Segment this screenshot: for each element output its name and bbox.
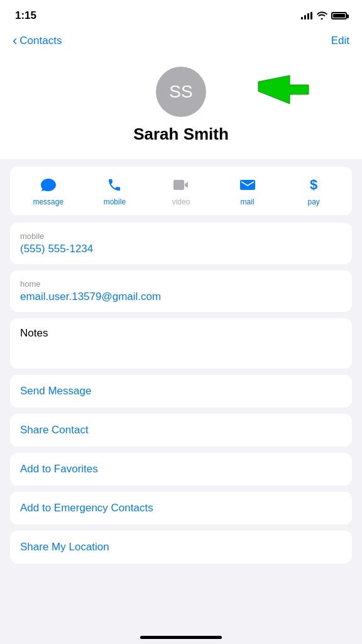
phone-value: (555) 555-1234 bbox=[20, 243, 342, 255]
phone-icon bbox=[105, 175, 124, 194]
signal-icon bbox=[301, 12, 312, 19]
status-icons bbox=[301, 11, 347, 21]
contact-header: SS Sarah Smith bbox=[0, 54, 362, 159]
home-indicator bbox=[140, 636, 222, 639]
avatar: SS bbox=[156, 67, 206, 117]
email-info-card[interactable]: home email.user.13579@gmail.com bbox=[10, 270, 352, 312]
notes-label: Notes bbox=[20, 327, 342, 340]
add-favorites-card[interactable]: Add to Favorites bbox=[10, 453, 352, 486]
back-label: Contacts bbox=[19, 35, 62, 47]
send-message-link[interactable]: Send Message bbox=[20, 385, 91, 397]
actions-section: Send Message Share Contact Add to Favori… bbox=[0, 375, 362, 564]
mail-action-button[interactable]: mail bbox=[226, 175, 270, 206]
chevron-left-icon: ‹ bbox=[13, 34, 17, 48]
mail-label: mail bbox=[241, 197, 255, 206]
send-message-card[interactable]: Send Message bbox=[10, 375, 352, 408]
share-location-card[interactable]: Share My Location bbox=[10, 531, 352, 564]
action-buttons-row: message mobile video bbox=[10, 167, 352, 215]
message-icon bbox=[39, 175, 58, 194]
add-emergency-card[interactable]: Add to Emergency Contacts bbox=[10, 492, 352, 525]
mobile-action-button[interactable]: mobile bbox=[92, 175, 136, 206]
video-action-button[interactable]: video bbox=[159, 175, 203, 206]
wifi-icon bbox=[316, 11, 327, 21]
add-emergency-link[interactable]: Add to Emergency Contacts bbox=[20, 502, 153, 514]
mobile-label: mobile bbox=[104, 197, 126, 206]
email-label: home bbox=[20, 279, 342, 289]
battery-icon bbox=[331, 12, 347, 19]
pay-action-button[interactable]: $ pay bbox=[292, 175, 336, 206]
share-location-link[interactable]: Share My Location bbox=[20, 541, 109, 553]
share-contact-card[interactable]: Share Contact bbox=[10, 414, 352, 447]
back-button[interactable]: ‹ Contacts bbox=[13, 34, 62, 48]
status-bar: 1:15 bbox=[0, 0, 362, 28]
message-action-button[interactable]: message bbox=[26, 175, 70, 206]
add-favorites-link[interactable]: Add to Favorites bbox=[20, 463, 98, 475]
message-label: message bbox=[33, 197, 63, 206]
pay-icon: $ bbox=[304, 175, 323, 194]
mail-icon bbox=[238, 175, 257, 194]
email-value: email.user.13579@gmail.com bbox=[20, 291, 342, 303]
phone-info-card[interactable]: mobile (555) 555-1234 bbox=[10, 223, 352, 264]
status-time: 1:15 bbox=[15, 9, 36, 22]
phone-label: mobile bbox=[20, 231, 342, 241]
avatar-initials: SS bbox=[169, 82, 192, 102]
info-section: mobile (555) 555-1234 home email.user.13… bbox=[0, 223, 362, 369]
edit-button[interactable]: Edit bbox=[331, 35, 349, 47]
pay-label: pay bbox=[307, 197, 319, 206]
notes-card: Notes bbox=[10, 318, 352, 369]
share-contact-link[interactable]: Share Contact bbox=[20, 424, 89, 436]
video-label: video bbox=[172, 197, 190, 206]
nav-bar: ‹ Contacts Edit bbox=[0, 28, 362, 54]
contact-name: Sarah Smith bbox=[133, 125, 229, 144]
video-icon bbox=[172, 175, 190, 194]
action-buttons-container: message mobile video bbox=[0, 159, 362, 223]
